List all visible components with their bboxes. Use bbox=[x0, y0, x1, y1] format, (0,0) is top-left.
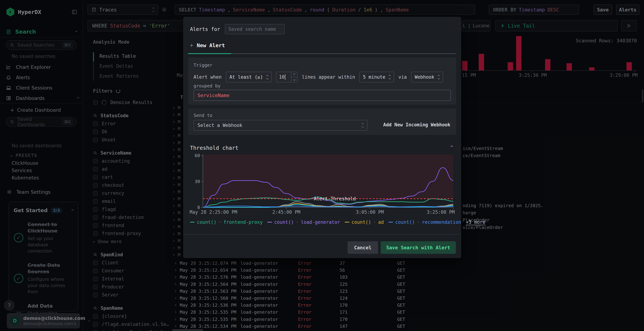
x-axis-label: 2:45:00 PM bbox=[272, 209, 300, 215]
saved-search-name-input[interactable]: Saved search name bbox=[225, 24, 284, 34]
legend-metric: count() bbox=[197, 220, 216, 225]
legend-swatch bbox=[190, 222, 195, 223]
select-arrows-icon bbox=[438, 75, 440, 79]
modal-title: Alerts for bbox=[190, 26, 220, 32]
legend-swatch bbox=[388, 222, 393, 223]
webhook-select[interactable]: Select a Webhook bbox=[194, 120, 368, 131]
threshold-chart-legend: count() · frontend-proxycount() · load-g… bbox=[190, 220, 454, 225]
select-arrows-icon bbox=[389, 75, 390, 79]
x-axis-label: May 28 2:25:00 PM bbox=[190, 209, 237, 215]
grouped-by-label: grouped by bbox=[194, 83, 220, 88]
svg-text:30: 30 bbox=[195, 179, 200, 184]
legend-metric: count() bbox=[274, 220, 294, 225]
via-text: via bbox=[398, 74, 407, 80]
time-window-value: 5 minute bbox=[363, 74, 385, 80]
threshold-chart-title: Threshold chart bbox=[190, 145, 238, 151]
add-webhook-button[interactable]: Add New Incoming Webhook bbox=[383, 122, 450, 127]
legend-metric: count() bbox=[395, 220, 415, 225]
legend-separator: · bbox=[218, 220, 222, 225]
legend-swatch bbox=[267, 222, 272, 223]
legend-separator: · bbox=[373, 220, 376, 225]
text-cursor bbox=[285, 74, 285, 80]
saved-search-name-placeholder: Saved search name bbox=[228, 26, 276, 32]
save-search-with-alert-button[interactable]: Save Search with Alert bbox=[381, 241, 456, 254]
tab-new-alert[interactable]: + New Alert bbox=[190, 42, 225, 48]
webhook-select-placeholder: Select a Webhook bbox=[198, 123, 242, 128]
send-to-section: Send to Select a Webhook Add New Incomin… bbox=[188, 108, 456, 135]
tab-underline-active bbox=[188, 53, 231, 54]
grouped-by-value: ServiceName bbox=[198, 93, 230, 98]
legend-series-name: frontend-proxy bbox=[224, 220, 262, 225]
legend-more-button[interactable]: +3 more bbox=[466, 220, 486, 225]
threshold-chart: 03060Alert ThresholdMay 28 2:25:00 PM2:4… bbox=[188, 154, 456, 216]
legend-item[interactable]: count() · frontend-proxy bbox=[190, 220, 262, 225]
modal-footer-divider bbox=[183, 234, 461, 235]
condition-select[interactable]: At least (≥) bbox=[226, 72, 272, 82]
collapse-chart-icon[interactable] bbox=[450, 145, 453, 148]
send-to-label: Send to bbox=[194, 113, 451, 118]
legend-item[interactable]: count() · ad bbox=[345, 220, 384, 225]
condition-value: At least (≥) bbox=[230, 74, 263, 80]
legend-item[interactable]: count() · recommendation bbox=[388, 220, 461, 225]
threshold-value: 10 bbox=[279, 74, 284, 80]
threshold-chart-svg: 03060Alert ThresholdMay 28 2:25:00 PM2:4… bbox=[188, 154, 456, 216]
grouped-by-input[interactable]: ServiceName bbox=[194, 90, 451, 101]
select-arrows-icon bbox=[362, 123, 364, 127]
new-alert-tab-label: New Alert bbox=[197, 42, 225, 48]
x-axis-label: 3:05:00 PM bbox=[356, 209, 384, 215]
legend-metric: count() bbox=[352, 220, 371, 225]
alert-modal: Alerts for Saved search name + New Alert… bbox=[183, 17, 461, 258]
plus-icon: + bbox=[190, 42, 193, 48]
legend-series-name: recommendation bbox=[422, 220, 461, 225]
channel-select[interactable]: Webhook bbox=[411, 72, 443, 82]
legend-swatch bbox=[345, 222, 349, 223]
legend-separator: · bbox=[417, 220, 420, 225]
channel-value: Webhook bbox=[415, 74, 434, 80]
number-spinners[interactable] bbox=[291, 72, 297, 82]
legend-series-name: ad bbox=[378, 220, 384, 225]
legend-item[interactable]: count() · load-generator bbox=[267, 220, 340, 225]
legend-series-name: load-generator bbox=[301, 220, 340, 225]
x-axis-label: 3:25:00 PM bbox=[427, 209, 455, 215]
svg-text:60: 60 bbox=[195, 154, 200, 158]
legend-separator: · bbox=[296, 220, 299, 225]
threshold-value-input[interactable]: 10 bbox=[276, 72, 298, 82]
time-window-select[interactable]: 5 minute bbox=[360, 72, 394, 82]
above-threshold-shade bbox=[203, 154, 453, 199]
cancel-button[interactable]: Cancel bbox=[348, 241, 378, 254]
svg-text:0: 0 bbox=[197, 205, 200, 210]
hyperdx-app: Traces SELECT Timestamp,ServiceName,Stat… bbox=[0, 0, 644, 331]
trigger-label: Trigger bbox=[194, 62, 451, 68]
alert-when-text: Alert when bbox=[194, 74, 222, 80]
lines-appear-text: lines appear within bbox=[302, 74, 355, 80]
alert-threshold-label: Alert Threshold bbox=[314, 196, 356, 201]
select-arrows-icon bbox=[266, 75, 268, 79]
